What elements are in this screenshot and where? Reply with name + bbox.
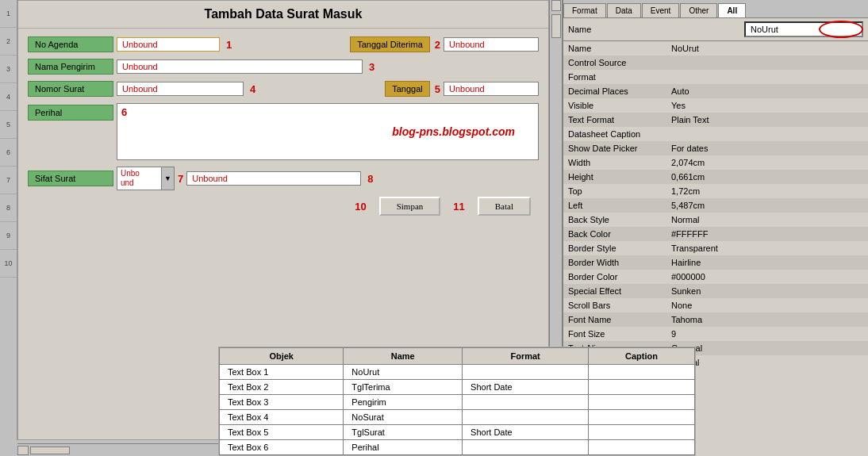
prop-value: Plain Text: [666, 113, 868, 127]
props-row: Width2,074cm: [563, 155, 868, 170]
props-name-label: Name: [568, 25, 744, 34]
props-row: Format: [563, 70, 868, 84]
cell-caption: [589, 365, 695, 380]
prop-name: Width: [563, 155, 666, 170]
cell-name: NoUrut: [344, 365, 463, 380]
btn-row: 10 Simpan 11 Batal: [28, 197, 539, 216]
form-title: Tambah Data Surat Masuk: [18, 1, 548, 29]
nomor-surat-input[interactable]: Unbound: [117, 82, 244, 96]
cancel-button[interactable]: Batal: [478, 197, 531, 216]
tab-event[interactable]: Event: [642, 3, 680, 17]
cell-name: TglSurat: [344, 425, 463, 440]
table-row: Text Box 1NoUrut: [220, 365, 695, 380]
props-name-input[interactable]: [744, 21, 863, 37]
props-row: Datasheet Caption: [563, 127, 868, 141]
table-row: Text Box 5TglSuratShort Date: [220, 425, 695, 440]
prop-name: Font Size: [563, 327, 666, 341]
row-no-agenda: No Agenda Unbound 1 Tanggal Diterima 2 U…: [28, 36, 539, 52]
tab-other[interactable]: Other: [680, 3, 717, 17]
prop-name: Text Format: [563, 113, 666, 127]
props-tabs: Format Data Event Other All: [563, 0, 868, 18]
prop-name: Visible: [563, 98, 666, 113]
prop-value: [666, 56, 868, 70]
prop-name: Border Color: [563, 270, 666, 284]
nama-pengirim-num: 3: [369, 61, 374, 73]
props-row: Border Color#000000: [563, 270, 868, 284]
cell-name: Perihal: [344, 440, 463, 455]
props-row: Text FormatPlain Text: [563, 113, 868, 127]
tanggal-diterima-label: Tanggal Diterima: [350, 36, 430, 52]
table-row: Text Box 2TglTerimaShort Date: [220, 380, 695, 395]
prop-value: None: [666, 298, 868, 312]
prop-name: Show Date Picker: [563, 141, 666, 155]
prop-value: Yes: [666, 98, 868, 113]
bottom-table: Objek Name Format Caption Text Box 1NoUr…: [219, 347, 695, 455]
cell-name: TglTerima: [344, 380, 463, 395]
prop-name: Format: [563, 70, 666, 84]
prop-value: NoUrut: [666, 41, 868, 56]
sifat-right-num: 8: [367, 173, 373, 185]
sifat-combo-container[interactable]: Unbound ▼: [117, 167, 175, 190]
props-table: NameNoUrutControl SourceFormatDecimal Pl…: [563, 41, 868, 370]
cell-objek: Text Box 4: [220, 410, 344, 425]
cell-caption: [589, 440, 695, 455]
nomor-surat-label: Nomor Surat: [28, 81, 113, 97]
prop-name: Top: [563, 184, 666, 198]
tab-format[interactable]: Format: [563, 3, 606, 17]
props-row: Back StyleNormal: [563, 213, 868, 227]
row-perihal: Perihal 6 blog-pns.blogspot.com: [28, 103, 539, 160]
cell-objek: Text Box 6: [220, 440, 344, 455]
row-sifat-surat: Sifat Surat Unbound ▼ 7 Unbound 8: [28, 167, 539, 190]
props-row: Decimal PlacesAuto: [563, 84, 868, 98]
nama-pengirim-input[interactable]: Unbound: [117, 59, 363, 74]
props-row: Top1,72cm: [563, 184, 868, 198]
prop-name: Scroll Bars: [563, 298, 666, 312]
prop-value: Hairline: [666, 255, 868, 270]
nomor-surat-num: 4: [250, 83, 255, 95]
prop-value: For dates: [666, 141, 868, 155]
tanggal-input[interactable]: Unbound: [444, 82, 539, 96]
sifat-right-input[interactable]: Unbound: [186, 171, 361, 186]
prop-name: Border Width: [563, 255, 666, 270]
perihal-label: Perihal: [28, 105, 113, 121]
prop-value: 2,074cm: [666, 155, 868, 170]
sifat-surat-label: Sifat Surat: [28, 171, 113, 186]
tab-all[interactable]: All: [718, 3, 746, 17]
prop-name: Border Style: [563, 241, 666, 255]
prop-name: Control Source: [563, 56, 666, 70]
cell-format: Short Date: [463, 425, 589, 440]
no-agenda-label: No Agenda: [28, 36, 113, 52]
cell-caption: [589, 425, 695, 440]
cell-caption: [589, 380, 695, 395]
cell-name: NoSurat: [344, 410, 463, 425]
table-row: Text Box 6Perihal: [220, 440, 695, 455]
cell-caption: [589, 395, 695, 410]
prop-value: Normal: [666, 213, 868, 227]
no-agenda-input[interactable]: Unbound: [117, 37, 220, 52]
cell-caption: [589, 410, 695, 425]
row-nama-pengirim: Nama Pengirim Unbound 3: [28, 59, 539, 75]
prop-name: Datasheet Caption: [563, 127, 666, 141]
props-row: Font Size9: [563, 327, 868, 341]
props-row: VisibleYes: [563, 98, 868, 113]
props-row: Control Source: [563, 56, 868, 70]
prop-value: Transparent: [666, 241, 868, 255]
tab-data[interactable]: Data: [607, 3, 641, 17]
cell-format: Short Date: [463, 380, 589, 395]
prop-name: Height: [563, 170, 666, 184]
nama-pengirim-label: Nama Pengirim: [28, 59, 113, 75]
combo-arrow-icon[interactable]: ▼: [161, 167, 174, 190]
prop-value: Normal: [666, 355, 868, 370]
col-objek: Objek: [220, 348, 344, 365]
tanggal-diterima-input[interactable]: Unbound: [444, 37, 539, 52]
col-caption: Caption: [589, 348, 695, 365]
table-row: Text Box 4NoSurat: [220, 410, 695, 425]
props-row: Border WidthHairline: [563, 255, 868, 270]
tanggal-label: Tanggal: [385, 81, 430, 97]
prop-value: #FFFFFF: [666, 227, 868, 241]
cell-format: [463, 365, 589, 380]
props-row: Special EffectSunken: [563, 284, 868, 298]
prop-value: 1,72cm: [666, 184, 868, 198]
prop-value: [666, 127, 868, 141]
save-button[interactable]: Simpan: [379, 197, 441, 216]
